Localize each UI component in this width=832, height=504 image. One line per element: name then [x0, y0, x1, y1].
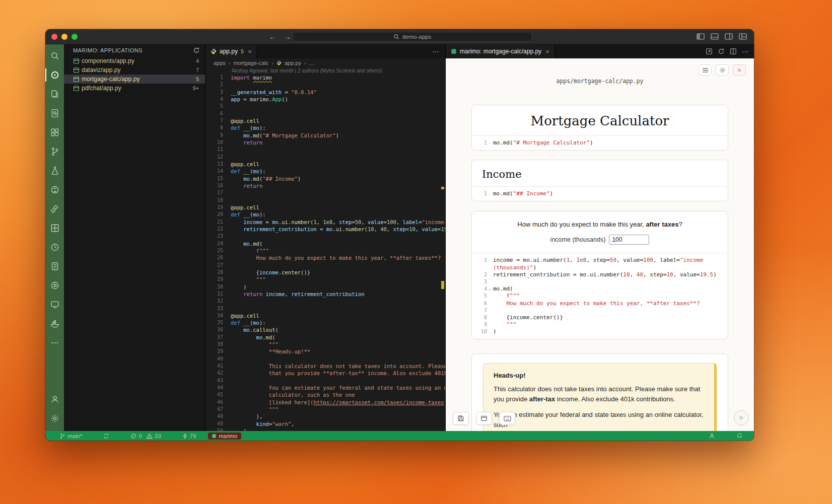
code-line: 44 You can estimate your federal and sta… [205, 384, 445, 391]
tree-item-pdfchat[interactable]: pdfchat/app.py 9+ [64, 84, 205, 93]
marimo-webview[interactable]: × apps/mortgage-calc/app.py Mortgage Cal… [446, 58, 754, 431]
close-window-button[interactable] [51, 34, 57, 40]
command-center-search[interactable]: demo-apps [292, 32, 532, 42]
tree-item-dataviz[interactable]: dataviz/app.py 7 [64, 65, 205, 75]
explorer-files-icon[interactable] [45, 85, 64, 104]
open-window-button[interactable] [476, 412, 492, 425]
python-file-icon [276, 60, 282, 65]
income-input[interactable] [609, 235, 649, 245]
refresh-icon[interactable] [193, 47, 200, 54]
minimize-window-button[interactable] [61, 34, 67, 40]
refresh-icon[interactable] [718, 48, 725, 55]
doc-preview-icon[interactable] [45, 104, 64, 123]
tab-label: marimo: mortgage-calc/app.py [460, 48, 541, 55]
tree-item-components[interactable]: components/app.py 4 [64, 56, 205, 65]
close-tab-icon[interactable]: × [248, 48, 252, 55]
code-line: 26 How much do you expect to make this y… [205, 254, 445, 261]
activity-bar [45, 44, 64, 431]
cell-code[interactable]: 1income = mo.ui.number(1, 1e8, step=50, … [472, 253, 728, 339]
open-in-browser-icon[interactable] [706, 48, 713, 55]
code-line: 36 mo.callout( [205, 326, 445, 333]
github-icon[interactable] [45, 180, 64, 199]
breadcrumb-mortgage-calc[interactable]: mortgage-calc [234, 60, 269, 66]
customize-layout-icon[interactable] [739, 33, 747, 40]
code-line: 3 [477, 278, 723, 285]
problems-status[interactable]: 0 33 [121, 431, 167, 441]
keyboard-shortcuts-button[interactable] [499, 412, 515, 425]
remote-devices-icon[interactable] [45, 295, 64, 314]
income-field-label: income (thousands) [550, 236, 606, 243]
sync-changes-icon[interactable] [94, 431, 115, 441]
problems-badge: 7 [196, 67, 199, 73]
cell-code[interactable]: 1mo.md("# Mortgage Calculator") [472, 135, 728, 150]
editor-group-preview: marimo: mortgage-calc/app.py × ⋯ × apps/… [446, 44, 754, 431]
more-actions-icon[interactable]: ⋯ [742, 47, 749, 55]
notebook-icon[interactable] [45, 257, 64, 276]
tab-marimo-preview[interactable]: marimo: mortgage-calc/app.py × [446, 44, 555, 58]
marimo-status-badge[interactable]: marimo [208, 433, 241, 440]
search-icon[interactable] [45, 46, 64, 65]
settings-gear-icon[interactable] [45, 409, 64, 428]
code-line: 28 {income.center()} [205, 269, 445, 276]
docker-icon[interactable] [45, 314, 64, 333]
code-line: 7 [477, 307, 723, 314]
layout-grid-icon[interactable] [45, 219, 64, 238]
overview-ruler[interactable] [440, 74, 445, 431]
code-line: 1import marimo [205, 74, 445, 81]
sidebar-title: MARIMO: APPLICATIONS [73, 47, 143, 53]
file-label: components/app.py [82, 57, 194, 64]
code-line: 30 ) [205, 283, 445, 291]
breadcrumb[interactable]: apps › mortgage-calc › app.py › ... [205, 58, 445, 67]
code-line: 48 ), [205, 413, 445, 420]
account-person-icon[interactable] [45, 390, 64, 409]
breadcrumb-apps[interactable]: apps [214, 60, 226, 66]
code-line: 24 mo.md( [205, 240, 445, 247]
notifications-bell-icon[interactable] [727, 431, 749, 441]
search-icon [393, 34, 399, 40]
app-file-path: apps/mortgage-calc/app.py [446, 78, 754, 85]
code-line: 45 calculator, such as the one [205, 391, 445, 398]
components-icon[interactable] [45, 123, 64, 142]
feedback-person-icon[interactable] [700, 431, 721, 441]
app-settings-gear-button[interactable] [716, 64, 729, 76]
tab-app-py[interactable]: app.py 5 × [205, 44, 257, 58]
vscode-window: ← → demo-apps [45, 29, 754, 441]
breadcrumb-app-py[interactable]: app.py [285, 60, 301, 66]
code-line: 4app = marimo.App() [205, 96, 445, 103]
back-icon[interactable]: ← [269, 33, 276, 41]
toggle-panel-icon[interactable] [711, 33, 719, 40]
python-file-icon [211, 48, 217, 54]
code-line: 15 mo.md("## Income") [205, 175, 445, 182]
shutdown-app-button[interactable]: × [733, 64, 746, 76]
toggle-primary-sidebar-icon[interactable] [697, 33, 705, 40]
git-branch-status[interactable]: main* [50, 431, 88, 441]
code-line: 39 **Heads-up!** [205, 348, 445, 355]
run-debug-icon[interactable] [45, 276, 64, 295]
marimo-icon[interactable] [45, 65, 64, 85]
code-line: 38 """ [205, 341, 445, 348]
code-line: 42 that you provide **after-tax** income… [205, 370, 445, 377]
breadcrumb-symbol[interactable]: ... [309, 60, 314, 66]
cell-code[interactable]: 1mo.md("## Income") [472, 186, 728, 201]
app-file-icon [73, 85, 80, 92]
save-button[interactable] [453, 412, 469, 425]
code-line: 9 """ [477, 321, 723, 328]
zoom-window-button[interactable] [72, 34, 78, 40]
menu-button[interactable] [699, 64, 712, 76]
close-tab-icon[interactable]: × [545, 48, 549, 55]
lightning-status[interactable]: 79 [173, 431, 202, 441]
run-app-button[interactable] [734, 410, 749, 425]
forward-icon[interactable]: → [284, 33, 291, 41]
source-control-branch-icon[interactable] [45, 142, 64, 161]
pipelines-icon[interactable] [45, 199, 64, 219]
split-editor-icon[interactable] [730, 48, 737, 55]
warning-callout: Heads-up! This calculator does not take … [483, 363, 717, 431]
code-line: 35def __(mo): [205, 319, 445, 326]
toggle-secondary-sidebar-icon[interactable] [725, 33, 733, 40]
tree-item-mortgage-calc[interactable]: mortgage-calc/app.py 5 [64, 75, 205, 84]
beaker-test-icon[interactable] [45, 161, 64, 180]
history-clock-icon[interactable] [45, 238, 64, 257]
tab-bar-more-icon[interactable]: ⋯ [432, 47, 439, 55]
code-editor[interactable]: 1import marimo23__generated_with = "0.0.… [205, 74, 445, 431]
more-views-icon[interactable] [45, 333, 64, 352]
